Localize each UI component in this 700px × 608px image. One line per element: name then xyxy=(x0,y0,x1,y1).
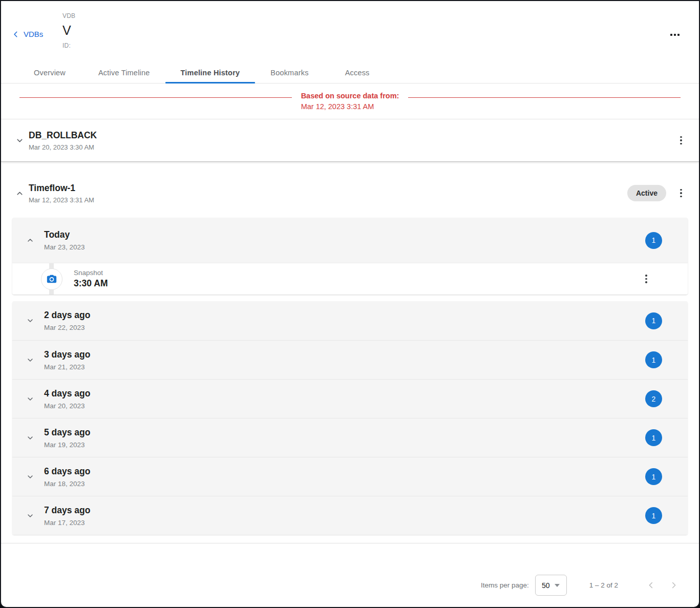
timeflow-name: Timeflow-1 xyxy=(29,183,94,194)
day-date: Mar 17, 2023 xyxy=(44,519,90,527)
tab-timeline-history[interactable]: Timeline History xyxy=(165,62,256,83)
day-date: Mar 19, 2023 xyxy=(44,441,90,449)
day-row-2-days-ago[interactable]: 2 days ago Mar 22, 2023 1 xyxy=(12,301,688,340)
day-title: 7 days ago xyxy=(44,505,90,516)
page-header: VDBs VDB V ID: xyxy=(1,1,699,62)
source-data-banner: Based on source data from: Mar 12, 2023 … xyxy=(1,83,699,119)
day-row-3-days-ago[interactable]: 3 days ago Mar 21, 2023 1 xyxy=(12,340,688,379)
day-title: 4 days ago xyxy=(44,388,90,399)
day-row-7-days-ago[interactable]: 7 days ago Mar 17, 2023 1 xyxy=(12,496,688,535)
day-date: Mar 21, 2023 xyxy=(44,363,90,371)
chevron-down-icon[interactable] xyxy=(24,509,37,522)
chevron-up-icon[interactable] xyxy=(12,186,27,200)
snapshot-type-label: Snapshot xyxy=(74,269,108,277)
chevron-down-icon[interactable] xyxy=(24,431,37,445)
snapshot-labels: Snapshot 3:30 AM xyxy=(74,269,108,289)
day-title-group: Today Mar 23, 2023 xyxy=(44,229,85,251)
day-title: 2 days ago xyxy=(44,310,90,321)
snapshot-count-badge: 1 xyxy=(645,232,662,249)
tab-access[interactable]: Access xyxy=(324,62,391,83)
day-date: Mar 22, 2023 xyxy=(44,324,90,331)
chevron-down-icon[interactable] xyxy=(24,353,37,367)
page-title: V xyxy=(62,23,75,38)
snapshot-count-badge: 2 xyxy=(645,390,662,407)
day-title: 6 days ago xyxy=(44,466,90,477)
day-title: Today xyxy=(44,229,85,240)
chevron-down-icon[interactable] xyxy=(24,314,37,327)
collapsed-day-stack: 2 days ago Mar 22, 2023 1 3 days ago Mar… xyxy=(12,301,688,535)
day-title: 5 days ago xyxy=(44,427,90,438)
page-range-label: 1 – 2 of 2 xyxy=(589,581,618,589)
snapshot-row[interactable]: Snapshot 3:30 AM xyxy=(12,263,688,295)
timeflow-date: Mar 12, 2023 3:31 AM xyxy=(29,196,94,204)
vdb-id-label: ID: xyxy=(62,42,75,49)
banner-timestamp: Mar 12, 2023 3:31 AM xyxy=(301,102,399,112)
chevron-down-icon[interactable] xyxy=(24,470,37,484)
timeflow-title-group: DB_ROLLBACK Mar 20, 2023 3:30 AM xyxy=(29,130,97,151)
kebab-menu-icon[interactable] xyxy=(674,134,688,147)
status-badge-active: Active xyxy=(627,185,666,201)
vdb-type-label: VDB xyxy=(62,12,75,19)
snapshot-count-badge: 1 xyxy=(645,429,662,446)
banner-text: Based on source data from: Mar 12, 2023 … xyxy=(292,92,409,112)
caret-down-icon xyxy=(555,584,560,587)
kebab-menu-icon[interactable] xyxy=(640,272,653,286)
day-title: 3 days ago xyxy=(44,349,90,360)
snapshot-time: 3:30 AM xyxy=(74,278,108,289)
items-per-page-select[interactable]: 50 xyxy=(535,575,567,596)
day-panel-today: Today Mar 23, 2023 1 xyxy=(12,218,688,295)
banner-heading: Based on source data from: xyxy=(301,92,399,100)
timeflow-panel-db-rollback: DB_ROLLBACK Mar 20, 2023 3:30 AM xyxy=(1,119,699,162)
back-link-label: VDBs xyxy=(24,30,43,38)
chevron-down-icon[interactable] xyxy=(24,392,37,406)
banner-rule-right xyxy=(408,97,681,98)
day-row-5-days-ago[interactable]: 5 days ago Mar 19, 2023 1 xyxy=(12,418,688,457)
timeflow-name: DB_ROLLBACK xyxy=(29,130,97,141)
previous-page-button[interactable] xyxy=(641,575,661,596)
kebab-menu-icon[interactable] xyxy=(674,186,688,200)
snapshot-count-badge: 1 xyxy=(645,351,662,368)
timeflow-title-group: Timeflow-1 Mar 12, 2023 3:31 AM xyxy=(29,183,94,204)
chevron-left-icon xyxy=(12,31,19,38)
day-date: Mar 23, 2023 xyxy=(44,243,85,251)
timeflow-panel-timeflow-1: Timeflow-1 Mar 12, 2023 3:31 AM Active T… xyxy=(1,169,699,543)
snapshot-icon-circle xyxy=(41,268,62,290)
timeflow-date: Mar 20, 2023 3:30 AM xyxy=(29,143,97,151)
more-horizontal-icon[interactable] xyxy=(667,31,683,39)
day-row-4-days-ago[interactable]: 4 days ago Mar 20, 2023 2 xyxy=(12,379,688,418)
snapshot-count-badge: 1 xyxy=(645,312,662,329)
items-per-page-value: 50 xyxy=(542,581,550,590)
timeflow-header[interactable]: DB_ROLLBACK Mar 20, 2023 3:30 AM xyxy=(1,119,699,161)
back-to-vdbs-link[interactable]: VDBs xyxy=(12,30,43,38)
chevron-down-icon[interactable] xyxy=(12,133,27,148)
app-window: VDBs VDB V ID: Overview Active Timeline … xyxy=(0,0,700,608)
tab-bar: Overview Active Timeline Timeline Histor… xyxy=(1,62,699,83)
next-page-button[interactable] xyxy=(663,575,684,596)
pagination-bar: Items per page: 50 1 – 2 of 2 xyxy=(1,575,699,607)
tab-bookmarks[interactable]: Bookmarks xyxy=(255,62,324,83)
snapshot-count-badge: 1 xyxy=(645,507,662,524)
camera-icon xyxy=(46,274,57,285)
items-per-page-label: Items per page: xyxy=(481,581,529,589)
chevron-up-icon[interactable] xyxy=(24,234,37,247)
snapshot-count-badge: 1 xyxy=(645,468,662,485)
day-header-today[interactable]: Today Mar 23, 2023 1 xyxy=(12,218,688,263)
title-block: VDB V ID: xyxy=(62,12,75,49)
tab-overview[interactable]: Overview xyxy=(16,62,83,83)
day-date: Mar 18, 2023 xyxy=(44,480,90,488)
tab-active-timeline[interactable]: Active Timeline xyxy=(83,62,165,83)
banner-rule-left xyxy=(19,97,292,98)
day-date: Mar 20, 2023 xyxy=(44,402,90,410)
timeflow-header[interactable]: Timeflow-1 Mar 12, 2023 3:31 AM Active xyxy=(1,169,699,218)
day-group-list: Today Mar 23, 2023 1 xyxy=(1,218,699,543)
day-row-6-days-ago[interactable]: 6 days ago Mar 18, 2023 1 xyxy=(12,457,688,496)
